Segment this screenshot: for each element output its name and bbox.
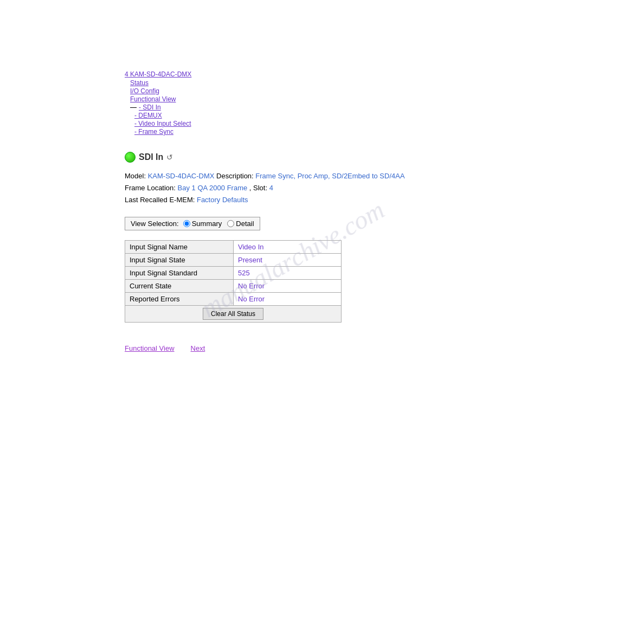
model-label: Model: <box>125 172 146 180</box>
model-value: KAM-SD-4DAC-DMX <box>148 172 215 180</box>
table-row: Input Signal Standard 525 <box>125 267 342 280</box>
nav-sdiin-link[interactable]: - SDI In <box>139 104 161 111</box>
detail-radio-text: Detail <box>236 220 254 228</box>
detail-radio[interactable] <box>227 220 234 227</box>
detail-radio-label[interactable]: Detail <box>227 220 254 228</box>
nav-framesync-link[interactable]: - Frame Sync <box>134 128 644 136</box>
emem-value: Factory Defaults <box>197 196 248 204</box>
table-row: Reported Errors No Error <box>125 293 342 306</box>
table-value-cell: Video In <box>234 241 342 254</box>
nav-status-link[interactable]: Status <box>130 79 644 87</box>
table-label-cell: Reported Errors <box>125 293 234 306</box>
table-row: Current State No Error <box>125 280 342 293</box>
nav-ioconfig-link[interactable]: I/O Config <box>130 87 644 95</box>
nav-tree: 4 KAM-SD-4DAC-DMX Status I/O Config Func… <box>125 70 644 136</box>
sdi-header: SDI In ↺ <box>125 152 644 163</box>
clear-button-row: Clear All Status <box>125 306 342 323</box>
nav-dash <box>130 107 137 108</box>
view-selection-radio-group: Summary Detail <box>183 220 254 228</box>
summary-radio-label[interactable]: Summary <box>183 220 222 228</box>
view-selection-box: View Selection: Summary Detail <box>125 217 260 230</box>
clear-all-status-button[interactable]: Clear All Status <box>203 308 263 320</box>
frame-location-label: Frame Location: <box>125 184 176 192</box>
table-value-cell: 525 <box>234 267 342 280</box>
table-value-cell: No Error <box>234 280 342 293</box>
table-label-cell: Input Signal Standard <box>125 267 234 280</box>
slot-label: , Slot: <box>249 184 269 192</box>
table-label-cell: Input Signal State <box>125 254 234 267</box>
description-label: Description: <box>216 172 254 180</box>
table-value-cell: No Error <box>234 293 342 306</box>
table-label-cell: Input Signal Name <box>125 241 234 254</box>
summary-radio[interactable] <box>183 220 190 227</box>
frame-location-value: Bay 1 QA 2000 Frame <box>178 184 249 192</box>
summary-radio-text: Summary <box>192 220 222 228</box>
model-line: Model: KAM-SD-4DAC-DMX Description: Fram… <box>125 170 644 182</box>
nav-functionalview-link[interactable]: Functional View <box>130 95 644 103</box>
page-title: SDI In <box>139 152 163 162</box>
table-value-cell: Present <box>234 254 342 267</box>
slot-value: 4 <box>269 184 273 192</box>
clear-button-cell: Clear All Status <box>125 306 342 323</box>
functional-view-footer-link[interactable]: Functional View <box>125 344 175 352</box>
nav-main-link[interactable]: 4 KAM-SD-4DAC-DMX <box>125 70 644 78</box>
view-selection-label: View Selection: <box>131 220 179 228</box>
table-row: Input Signal State Present <box>125 254 342 267</box>
frame-line: Frame Location: Bay 1 QA 2000 Frame , Sl… <box>125 182 644 194</box>
description-value: Frame Sync, Proc Amp, SD/2Embed to SD/4A… <box>255 172 404 180</box>
nav-demux-link[interactable]: - DEMUX <box>134 112 644 119</box>
refresh-icon[interactable]: ↺ <box>166 153 173 162</box>
emem-label: Last Recalled E-MEM: <box>125 196 197 204</box>
sdi-status-icon <box>125 152 136 163</box>
table-row: Input Signal Name Video In <box>125 241 342 254</box>
emem-line: Last Recalled E-MEM: Factory Defaults <box>125 194 644 206</box>
info-section: Model: KAM-SD-4DAC-DMX Description: Fram… <box>125 170 644 206</box>
table-label-cell: Current State <box>125 280 234 293</box>
next-footer-link[interactable]: Next <box>191 344 205 352</box>
footer-links: Functional View Next <box>125 344 644 352</box>
status-table: Input Signal Name Video In Input Signal … <box>125 240 342 323</box>
nav-videoinputselect-link[interactable]: - Video Input Select <box>134 120 644 127</box>
